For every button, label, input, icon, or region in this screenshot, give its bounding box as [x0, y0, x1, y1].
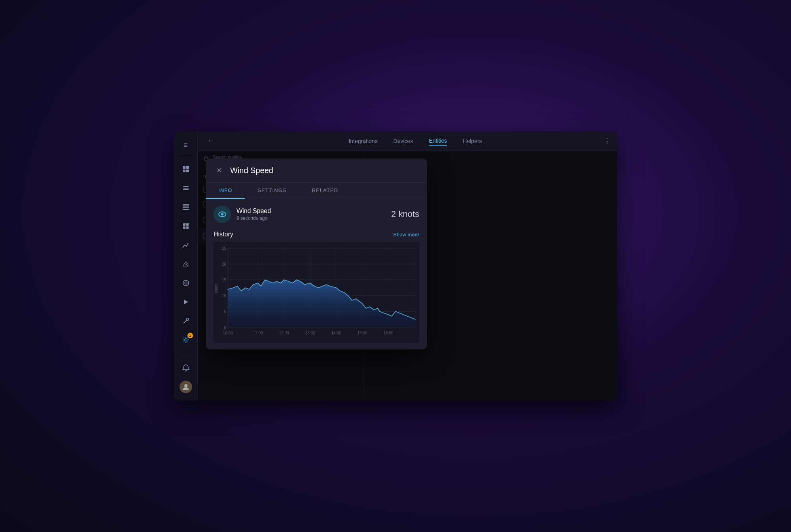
nav-tabs: Integrations Devices Entities Helpers: [227, 136, 604, 146]
zigbee-icon[interactable]: [177, 274, 195, 292]
sidebar: ≡ 1: [174, 132, 198, 400]
svg-rect-2: [183, 170, 185, 172]
svg-text:knots: knots: [214, 284, 218, 293]
history-title: History: [214, 231, 233, 238]
svg-text:16:00: 16:00: [383, 331, 393, 335]
tools-icon[interactable]: [177, 312, 195, 330]
sidebar-divider-2: [179, 356, 193, 356]
svg-text:5: 5: [224, 309, 226, 314]
vscode-icon[interactable]: [177, 255, 195, 273]
more-options-button[interactable]: ⋮: [604, 137, 611, 145]
svg-marker-16: [184, 300, 188, 304]
svg-text:13:00: 13:00: [305, 331, 315, 335]
user-avatar: [180, 381, 192, 393]
show-more-button[interactable]: Show more: [393, 232, 419, 238]
svg-point-33: [221, 213, 223, 215]
avatar-icon[interactable]: [177, 378, 195, 396]
entity-icon: [214, 206, 231, 223]
dialog-title: Wind Speed: [230, 166, 273, 175]
tab-integrations[interactable]: Integrations: [348, 136, 377, 146]
main-area: ← Integrations Devices Entities Helpers …: [198, 132, 617, 400]
back-button[interactable]: ←: [204, 135, 218, 147]
tab-helpers[interactable]: Helpers: [463, 136, 482, 146]
dialog-tabs: INFO SETTINGS RELATED: [206, 183, 427, 199]
svg-rect-13: [186, 226, 189, 229]
svg-text:0: 0: [224, 325, 226, 330]
history-header: History Show more: [214, 231, 419, 238]
svg-rect-4: [183, 186, 189, 187]
entity-value: 2 knots: [391, 209, 419, 219]
history-chart: 25 20 15 10 5 0 knots: [214, 245, 419, 340]
settings-badge: 1: [187, 333, 193, 338]
svg-text:25: 25: [222, 246, 227, 251]
entity-name: Wind Speed: [237, 208, 386, 215]
media-icon[interactable]: [177, 293, 195, 311]
dialog-overlay: ✕ Wind Speed INFO SETTINGS RELATED: [198, 151, 617, 400]
svg-text:15: 15: [222, 278, 227, 282]
chart-container: 25 20 15 10 5 0 knots: [214, 242, 419, 343]
content-area: Search entities wind_speed ntities not s…: [198, 151, 617, 400]
svg-rect-6: [183, 189, 189, 190]
menu-icon[interactable]: ≡: [177, 136, 195, 154]
tab-devices[interactable]: Devices: [394, 136, 413, 146]
svg-rect-11: [186, 223, 189, 226]
svg-rect-9: [183, 209, 189, 210]
svg-rect-10: [183, 223, 185, 226]
svg-text:10:00: 10:00: [223, 331, 233, 335]
svg-marker-55: [228, 280, 415, 327]
dashboard-icon[interactable]: [177, 160, 195, 178]
dialog-header: ✕ Wind Speed: [206, 158, 427, 183]
top-nav: ← Integrations Devices Entities Helpers …: [198, 132, 617, 151]
entity-name-block: Wind Speed 9 seconds ago: [237, 208, 386, 221]
list-icon[interactable]: [177, 198, 195, 216]
svg-rect-7: [183, 204, 189, 206]
entity-dialog: ✕ Wind Speed INFO SETTINGS RELATED: [206, 158, 427, 349]
svg-text:20: 20: [222, 262, 227, 266]
dialog-tab-settings[interactable]: SETTINGS: [245, 183, 299, 199]
svg-rect-8: [183, 207, 189, 208]
svg-rect-0: [183, 166, 185, 169]
svg-point-14: [183, 280, 189, 286]
chart-icon[interactable]: [177, 236, 195, 254]
entity-info-row: Wind Speed 9 seconds ago 2 knots: [214, 206, 419, 223]
hacs-icon[interactable]: [177, 217, 195, 235]
dialog-tab-info[interactable]: INFO: [206, 183, 245, 199]
svg-rect-12: [183, 226, 185, 229]
settings-icon[interactable]: 1: [177, 331, 195, 349]
svg-text:12:00: 12:00: [279, 331, 289, 335]
svg-text:10: 10: [222, 294, 227, 298]
svg-text:11:00: 11:00: [253, 331, 263, 335]
app-window: ≡ 1: [174, 132, 617, 400]
svg-point-15: [185, 282, 187, 284]
svg-point-18: [186, 318, 189, 321]
svg-point-19: [185, 339, 187, 341]
bell-icon[interactable]: [177, 359, 195, 377]
dialog-close-button[interactable]: ✕: [214, 165, 225, 176]
svg-text:15:00: 15:00: [357, 331, 367, 335]
svg-rect-5: [183, 188, 189, 189]
sidebar-divider-1: [179, 157, 193, 157]
dialog-tab-related[interactable]: RELATED: [299, 183, 351, 199]
layers-icon[interactable]: [177, 179, 195, 197]
dialog-content: Wind Speed 9 seconds ago 2 knots History…: [206, 199, 427, 349]
svg-point-20: [184, 384, 187, 387]
svg-rect-3: [186, 170, 189, 172]
tab-entities[interactable]: Entities: [429, 136, 447, 146]
svg-rect-1: [186, 166, 189, 169]
svg-text:14:00: 14:00: [331, 331, 341, 335]
entity-time: 9 seconds ago: [237, 215, 386, 221]
